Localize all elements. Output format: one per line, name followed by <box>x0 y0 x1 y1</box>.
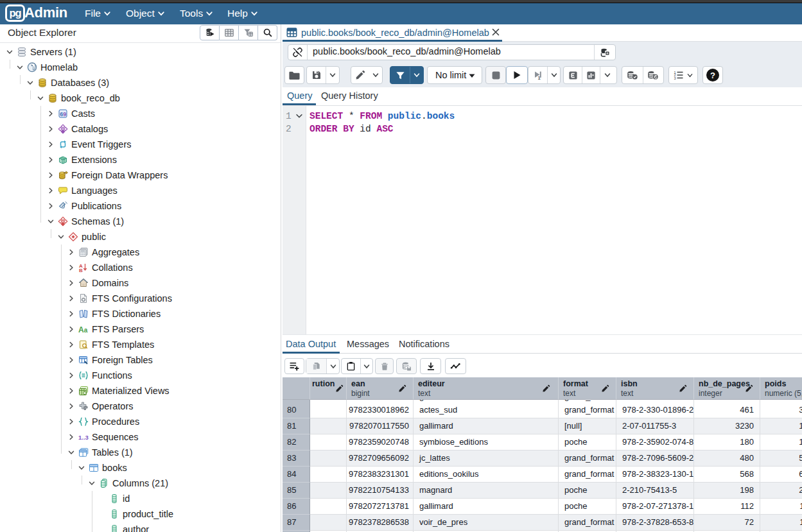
svg-text:1: 1 <box>537 75 540 80</box>
svg-text:?: ? <box>710 71 715 80</box>
svg-text:3: 3 <box>674 76 676 80</box>
